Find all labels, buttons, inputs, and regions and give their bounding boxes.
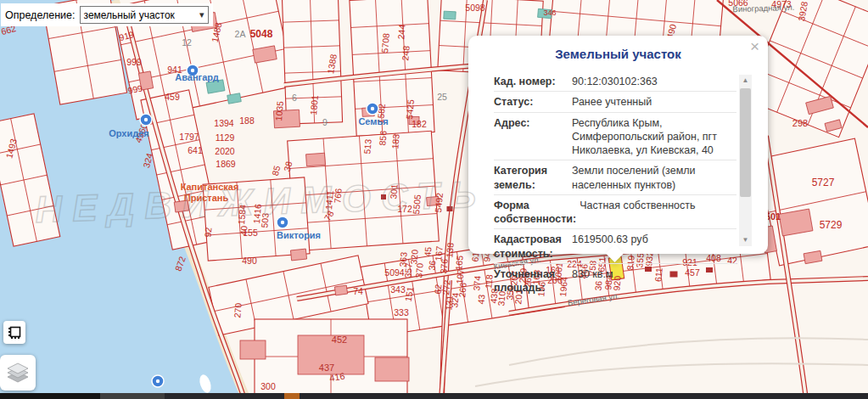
layers-icon xyxy=(6,362,30,384)
chevron-down-icon: ▾ xyxy=(199,9,204,20)
parcel-number: 346 xyxy=(543,8,556,17)
parcel-number: 45 xyxy=(423,246,434,257)
scrollbar-segment xyxy=(100,393,165,399)
parcel-number: 118 xyxy=(483,274,494,289)
field-label: Кадастровая стоимость: xyxy=(494,233,568,261)
field-label: Кад. номер: xyxy=(494,75,568,88)
cadastral-map-screen: 506649733928509834649091914882А504812999… xyxy=(0,0,868,399)
definition-select[interactable]: земельный участок ▾ xyxy=(80,6,209,24)
parcel-number: 2020 xyxy=(215,146,235,156)
field-label: Адрес: xyxy=(494,116,568,158)
parcel-number: 188 xyxy=(239,115,255,126)
definition-label: Определение: xyxy=(5,9,76,21)
parcel-number: 370 xyxy=(413,262,424,278)
definition-selected-value: земельный участок xyxy=(84,9,175,21)
parcel-number: 320 xyxy=(408,249,419,265)
parcel-number: 437 xyxy=(319,362,334,373)
parcel-number: 1129 xyxy=(216,132,235,143)
horizontal-scrollbar[interactable] xyxy=(0,393,868,399)
popup-field-row: Кад. номер:90:12:030102:363 xyxy=(494,71,736,92)
popup-field-row: Адрес:Республика Крым, Симферопольский р… xyxy=(494,113,736,161)
poi-label: Капитанская xyxy=(181,182,239,192)
field-label: Статус: xyxy=(494,95,568,109)
field-label: Категория земель: xyxy=(494,164,568,192)
parcel-number: 182 xyxy=(412,119,427,129)
popup-field-row: Уточненная площадь:830 кв.м xyxy=(494,264,736,298)
parcel-number: 2А xyxy=(235,29,246,39)
parcel-number: 856 xyxy=(377,130,388,146)
parcel-number: 5048 xyxy=(250,28,273,40)
parcel-number: 376 xyxy=(438,258,449,274)
field-value: 90:12:030102:363 xyxy=(572,75,735,88)
field-value: Земли поселений (земли населенных пункто… xyxy=(572,164,735,192)
parcel-number: 1801 xyxy=(308,94,320,115)
parcel-number: 131 xyxy=(443,295,454,311)
scroll-up-button[interactable]: ▲ xyxy=(739,75,752,87)
parcel-number: 5708 xyxy=(379,32,391,53)
popup-title: Земельный участок xyxy=(468,47,768,61)
horizontal-scrollbar-thumb[interactable] xyxy=(165,393,868,399)
parcel-number: 301 xyxy=(388,183,399,200)
parcel-number: 270 xyxy=(232,302,243,318)
parcel-number: 244 xyxy=(395,24,406,40)
parcel-number: 92 xyxy=(203,227,214,238)
parcel-number: 107 xyxy=(454,268,465,284)
parcel-number: 5505 xyxy=(411,194,423,214)
parcel-number: 513 xyxy=(361,138,372,155)
parcel-number: 165 xyxy=(453,255,464,271)
parcel-number: 5727 xyxy=(812,177,835,188)
popup-scrollbar[interactable]: ▲ ▼ xyxy=(739,75,752,246)
parcel-number: 155 xyxy=(243,228,258,238)
parcel-number: 74 xyxy=(353,286,363,296)
measure-button[interactable] xyxy=(3,321,25,344)
field-label: Уточненная площадь: xyxy=(494,267,568,295)
parcel-number: 5729 xyxy=(820,219,843,231)
parcel-info-popup: Земельный участок × Кад. номер:90:12:030… xyxy=(468,36,768,254)
parcel-number: 138 xyxy=(444,242,455,258)
parcel-number: 5094 xyxy=(384,267,405,278)
parcel-number: 374 xyxy=(471,275,482,291)
parcel-number: 490 xyxy=(242,256,257,266)
field-value: 1619500.63 руб xyxy=(572,233,735,261)
popup-field-row: Статус:Ранее учтенный xyxy=(494,92,736,112)
poi-label: Пристань xyxy=(184,193,229,203)
parcel-number: 641 xyxy=(188,145,203,155)
close-icon[interactable]: × xyxy=(750,37,759,57)
parcel-number: 9 xyxy=(322,117,328,127)
parcel-number: 5098 xyxy=(465,3,485,13)
parcel-number: 1394 xyxy=(214,118,234,128)
parcel-number: 1584 xyxy=(236,204,248,224)
parcel-number: 5492 xyxy=(433,192,445,212)
parcel-number: 300 xyxy=(260,381,276,391)
popup-field-row: Кадастровая стоимость:1619500.63 руб xyxy=(494,229,736,264)
parcel-number: 452 xyxy=(332,334,347,345)
parcel-number: 12 xyxy=(182,37,192,48)
popup-field-row: Форма собственности:Частная собственност… xyxy=(494,195,736,230)
scroll-down-button[interactable]: ▼ xyxy=(739,234,752,246)
poi-label: Виктория xyxy=(277,230,321,240)
definition-filter: Определение: земельный участок ▾ xyxy=(1,3,213,26)
parcel-number: 25 xyxy=(437,92,447,102)
popup-fields: Кад. номер:90:12:030102:363Статус:Ранее … xyxy=(494,71,736,297)
parcel-number: 172 xyxy=(397,204,412,214)
field-value: Частная собственность xyxy=(580,199,736,227)
parcel-number: 333 xyxy=(394,307,409,318)
parcel-number: 5425 xyxy=(404,98,416,119)
parcel-number: 1411 xyxy=(323,190,335,211)
parcel-number: 503 xyxy=(259,212,270,228)
parcel-number: 43 xyxy=(476,294,487,305)
field-value: 830 кв.м xyxy=(572,267,735,295)
scrollbar-marker xyxy=(284,393,300,399)
parcel-number: 298 xyxy=(792,118,808,128)
parcel-number: 6 xyxy=(292,93,297,103)
parcel-number: 999 xyxy=(126,57,142,67)
parcel-number: 248 xyxy=(400,45,411,61)
popup-field-row: Категория земель:Земли поселений (земли … xyxy=(494,160,736,195)
poi-label: Семья xyxy=(358,116,388,126)
scrollbar-thumb[interactable] xyxy=(740,88,751,197)
field-label: Форма собственности: xyxy=(494,199,576,227)
poi-label: Авангард xyxy=(175,72,218,82)
parcel-number: 1035 xyxy=(273,100,285,121)
parcel-number: 1869 xyxy=(216,159,236,169)
layers-button[interactable] xyxy=(0,355,36,391)
